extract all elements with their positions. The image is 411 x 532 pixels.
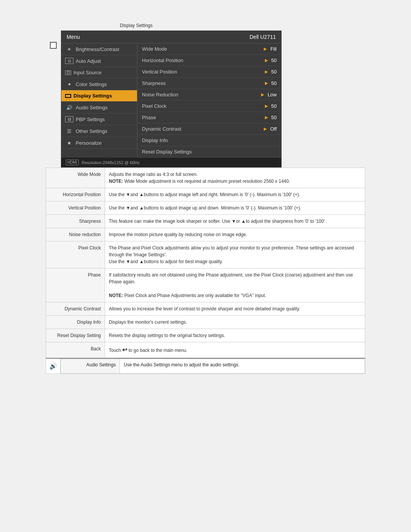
osd-model: Dell U2711 [250,34,276,40]
menu-item-pbp-settings[interactable]: ⊟ PBP Settings [61,113,137,125]
setting-name-dynamic-contrast: Dynamic Contrast [142,126,264,132]
setting-row-sharpness[interactable]: Sharpness ▶50 [137,78,281,89]
speaker-icon: 🔊 [49,363,57,370]
menu-label-personalize: Personalize [76,140,102,146]
setting-value-vert-pos: ▶50 [265,69,277,75]
hdmi-icon: HDMI [66,160,79,165]
setting-row-phase[interactable]: Phase ▶50 [137,112,281,123]
doc-content-phase: If satisfactory results are not obtained… [105,268,365,302]
note-phase: NOTE: [109,293,123,298]
audio-icon-cell: 🔊 [46,359,61,374]
menu-label-audio-settings: Audio Settings [76,105,108,110]
audio-row: Audio Settings Use the Audio Settings me… [61,359,365,374]
menu-label-brightness: Brightness/Contrast [76,46,119,52]
osd-header: Menu Dell U2711 [61,31,281,43]
doc-row-display-info: Display Info Displays the monitor's curr… [46,316,365,329]
doc-content-back: Touch ↩ to go back to the main menu. [105,342,365,358]
setting-name-phase: Phase [142,115,265,120]
doc-row-vert-pos: Vertical Position Use the ▼and ▲buttons … [46,201,365,215]
arrow-icon: ▶ [265,104,268,109]
menu-label-display-settings: Display Settings [73,93,112,99]
left-icon-col [46,30,61,168]
osd-title: Menu [67,34,80,40]
audio-settings-icon: 🔊 [65,104,73,110]
osd-status-bar: HDMI Resolution:2048x1152 @ 60Hz [61,158,281,167]
doc-label-vert-pos: Vertical Position [46,201,105,215]
doc-label-sharpness: Sharpness [46,215,105,228]
setting-row-pixel-clock[interactable]: Pixel Clock ▶50 [137,101,281,112]
doc-content-vert-pos: Use the ▼and ▲buttons to adjust image up… [105,201,365,215]
doc-row-pixel-clock: Pixel Clock The Phase and Pixel Clock ad… [46,241,365,268]
doc-label-display-info: Display Info [46,316,105,329]
menu-label-color-settings: Color Settings [76,81,107,87]
menu-label-other-settings: Other Settings [76,128,107,134]
menu-item-brightness[interactable]: ☀ Brightness/Contrast [61,43,137,55]
doc-content-noise-reduction: Improve the motion picture quality by re… [105,228,365,241]
other-settings-icon: ☰ [65,128,73,134]
monitor-section: Menu Dell U2711 ☀ Brightness/Contrast ⊙ … [46,30,365,168]
setting-name-wide-mode: Wide Mode [142,46,264,52]
setting-name-sharpness: Sharpness [142,80,265,86]
doc-row-phase: Phase If satisfactory results are not ob… [46,268,365,302]
note-wide-mode: NOTE: [109,179,123,184]
doc-table: Wide Mode Adjusts the image ratio as 4:3… [46,168,365,358]
doc-label-horiz-pos: Horizontal Position [46,188,105,201]
setting-name-pixel-clock: Pixel Clock [142,103,265,109]
doc-row-sharpness: Sharpness This feature can make the imag… [46,215,365,228]
doc-label-pixel-clock: Pixel Clock [46,241,105,268]
menu-label-pbp-settings: PBP Settings [76,117,105,122]
doc-content-dynamic-contrast: Allows you to increase the level of cont… [105,302,365,316]
resolution-text: Resolution:2048x1152 @ 60Hz [82,160,140,165]
menu-item-personalize[interactable]: ★ Personalize [61,137,137,149]
arrow-icon: ▶ [265,115,268,120]
setting-value-pixel-clock: ▶50 [265,103,277,109]
audio-label-cell: Audio Settings [61,359,120,374]
auto-adjust-icon: ⊙ [65,58,73,64]
setting-row-reset[interactable]: Reset Display Settings [137,146,281,158]
doc-row-dynamic-contrast: Dynamic Contrast Allows you to increase … [46,302,365,316]
doc-content-horiz-pos: Use the ▼and ▲buttons to adjust image le… [105,188,365,201]
doc-row-back: Back Touch ↩ to go back to the main menu… [46,342,365,358]
osd-menu: Menu Dell U2711 ☀ Brightness/Contrast ⊙ … [61,30,282,168]
setting-row-horiz-pos[interactable]: Horizontal Position ▶50 [137,55,281,66]
arrow-icon: ▶ [265,69,268,74]
arrow-icon: ▶ [264,46,267,51]
osd-nav: ☀ Brightness/Contrast ⊙ Auto Adjust ⊡ In… [61,43,137,158]
menu-item-audio-settings[interactable]: 🔊 Audio Settings [61,102,137,113]
page-wrapper: Display Settings Menu Dell U2711 ☀ Brigh… [0,0,411,397]
setting-row-dynamic-contrast[interactable]: Dynamic Contrast ▶Off [137,123,281,135]
doc-content-display-info: Displays the monitor's current settings. [105,316,365,329]
setting-value-sharpness: ▶50 [265,80,277,86]
setting-row-vert-pos[interactable]: Vertical Position ▶50 [137,66,281,78]
brightness-icon: ☀ [65,46,73,52]
setting-row-display-info[interactable]: Display Info [137,135,281,146]
doc-content-reset: Resets the display settings to the origi… [105,329,365,342]
arrow-icon: ▶ [261,92,264,97]
doc-label-reset: Reset Display Setting [46,329,105,342]
setting-value-wide-mode: ▶Fill [264,46,277,52]
doc-label-dynamic-contrast: Dynamic Contrast [46,302,105,316]
doc-label-wide-mode: Wide Mode [46,168,105,188]
setting-value-noise-reduction: ▶Low [261,92,277,97]
osd-body: ☀ Brightness/Contrast ⊙ Auto Adjust ⊡ In… [61,43,281,158]
arrow-icon: ▶ [265,81,268,86]
menu-item-other-settings[interactable]: ☰ Other Settings [61,125,137,137]
doc-content-wide-mode: Adjusts the image ratio as 4:3 or full s… [105,168,365,188]
setting-name-reset: Reset Display Settings [142,149,277,155]
setting-row-noise-reduction[interactable]: Noise Reduction ▶Low [137,89,281,101]
doc-row-horiz-pos: Horizontal Position Use the ▼and ▲button… [46,188,365,201]
personalize-icon: ★ [65,140,73,146]
setting-name-vert-pos: Vertical Position [142,69,265,75]
menu-item-input-source[interactable]: ⊡ Input Source [61,67,137,78]
input-source-icon: ⊡ [65,70,71,75]
menu-item-auto-adjust[interactable]: ⊙ Auto Adjust [61,55,137,67]
doc-label-noise-reduction: Noise reduction [46,228,105,241]
menu-item-display-settings[interactable]: Display Settings [61,90,137,102]
pbp-settings-icon: ⊟ [65,116,73,122]
setting-row-wide-mode[interactable]: Wide Mode ▶Fill [137,43,281,55]
setting-name-display-info: Display Info [142,137,277,143]
display-icon [50,42,57,49]
doc-row-noise-reduction: Noise reduction Improve the motion pictu… [46,228,365,241]
doc-content-pixel-clock: The Phase and Pixel Clock adjustments al… [105,241,365,268]
menu-item-color-settings[interactable]: ✦ Color Settings [61,78,137,90]
